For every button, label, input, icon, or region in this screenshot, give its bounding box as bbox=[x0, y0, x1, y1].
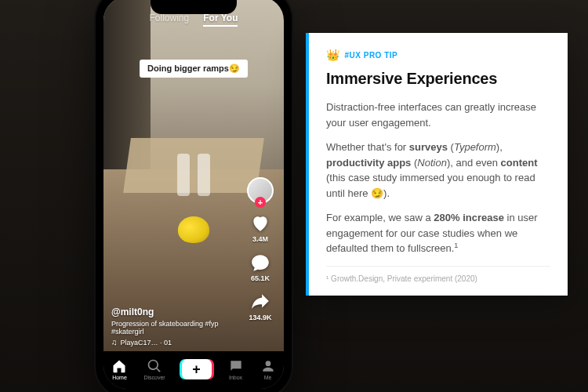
tab-me[interactable]: Me bbox=[260, 358, 276, 380]
tip-reference: ¹ Growth.Design, Private experiment (202… bbox=[326, 266, 550, 285]
tab-me-label: Me bbox=[264, 375, 272, 380]
phone-frame: Following For You Doing bigger ramps😏 3.… bbox=[96, 0, 292, 392]
comment-icon bbox=[250, 252, 270, 273]
phone-notch bbox=[151, 0, 237, 14]
action-rail: 3.4M 65.1K 134.9K bbox=[243, 177, 278, 321]
comment-button[interactable]: 65.1K bbox=[250, 252, 270, 282]
video-description: Progression of skateboarding #fyp #skate… bbox=[111, 320, 237, 336]
share-count: 134.9K bbox=[249, 314, 271, 321]
tip-paragraph-2: Whether that's for surveys (Typeform), p… bbox=[326, 140, 550, 201]
tab-inbox-label: Inbox bbox=[229, 375, 242, 380]
pause-icon[interactable] bbox=[177, 154, 210, 196]
ux-tip-card: 👑 #UX PRO TIP Immersive Experiences Dist… bbox=[306, 33, 568, 296]
tab-discover-label: Discover bbox=[143, 375, 165, 380]
tab-home-label: Home bbox=[112, 375, 127, 380]
create-button[interactable] bbox=[182, 359, 212, 379]
tip-title: Immersive Experiences bbox=[326, 67, 550, 90]
video-meta: @milt0ng Progression of skateboarding #f… bbox=[111, 307, 237, 347]
video-bird bbox=[178, 216, 209, 243]
profile-icon bbox=[260, 358, 276, 374]
share-icon bbox=[250, 292, 270, 312]
inbox-icon bbox=[228, 358, 244, 374]
feed-tabs: Following For You bbox=[103, 13, 284, 27]
tab-following[interactable]: Following bbox=[150, 13, 190, 27]
comment-count: 65.1K bbox=[251, 274, 270, 282]
like-count: 3.4M bbox=[252, 235, 268, 243]
crown-icon: 👑 bbox=[326, 47, 340, 64]
tip-kicker-text: #UX PRO TIP bbox=[345, 49, 398, 61]
phone-screen: Following For You Doing bigger ramps😏 3.… bbox=[103, 0, 284, 389]
like-button[interactable]: 3.4M bbox=[250, 213, 270, 243]
tab-inbox[interactable]: Inbox bbox=[228, 358, 244, 380]
heart-icon bbox=[250, 213, 270, 234]
bottom-tabbar: Home Discover Inbox Me bbox=[103, 351, 284, 389]
home-icon bbox=[111, 358, 127, 374]
tip-paragraph-1: Distraction-free interfaces can greatly … bbox=[326, 100, 550, 130]
video-caption-chip: Doing bigger ramps😏 bbox=[140, 60, 248, 78]
share-button[interactable]: 134.9K bbox=[249, 292, 271, 321]
tab-for-you[interactable]: For You bbox=[203, 13, 238, 27]
tab-discover[interactable]: Discover bbox=[143, 358, 165, 380]
sound-marquee[interactable]: PlayaC17… · 01 bbox=[111, 338, 237, 347]
tab-home[interactable]: Home bbox=[111, 358, 127, 380]
author-avatar[interactable] bbox=[247, 177, 274, 204]
tip-kicker: 👑 #UX PRO TIP bbox=[326, 47, 550, 64]
tip-paragraph-3: For example, we saw a 280% increase in u… bbox=[326, 210, 550, 256]
search-icon bbox=[147, 358, 162, 374]
author-username[interactable]: @milt0ng bbox=[111, 307, 237, 318]
